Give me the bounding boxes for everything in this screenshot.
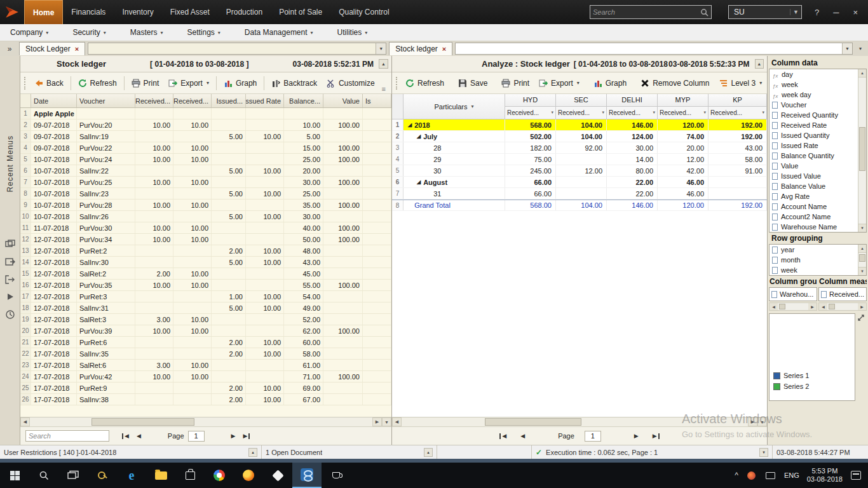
graph-button[interactable]: Graph — [221, 78, 259, 89]
remove-column-button[interactable]: Remove Column — [638, 78, 712, 89]
grouping-item[interactable]: month — [770, 255, 858, 265]
play-icon[interactable] — [6, 293, 14, 301]
open-window-icon[interactable] — [5, 257, 15, 266]
scroll-left-icon[interactable]: ◀ — [819, 303, 827, 310]
last-page-button[interactable]: ▶ — [239, 431, 254, 440]
export-button[interactable]: Export ▾ — [166, 78, 212, 89]
scroll-left-icon[interactable]: ◀ — [20, 417, 30, 426]
recent-menus-strip[interactable]: Recent Menus — [0, 56, 20, 445]
running-app-erp[interactable] — [292, 463, 322, 488]
pinned-app-keytool[interactable] — [88, 463, 117, 488]
previous-page-button[interactable]: ◀ — [517, 431, 529, 440]
table-row[interactable]: 18 12-07-2018 SalInv:31 5.00 10.00 49.00 — [20, 302, 391, 314]
scroll-right-icon[interactable]: ▶ — [858, 303, 866, 310]
table-row[interactable]: 9 10-07-2018 PurVou:28 10.00 10.00 35.00… — [20, 200, 391, 211]
mini-scrollbar[interactable]: ◀ ▶ — [818, 302, 867, 311]
pivot-row[interactable]: 7 ◢31 66.00 22.00 46.00 — [392, 188, 767, 200]
column-header-sec[interactable]: SEC — [556, 94, 607, 106]
cell-particulars[interactable]: ◢Grand Total — [403, 200, 505, 210]
vertical-scrollbar[interactable]: ▲ ▼ — [858, 245, 866, 275]
column-header-issued-qty[interactable]: Issued... — [212, 94, 246, 107]
field-item[interactable]: Balance Value — [770, 181, 858, 191]
table-row[interactable]: 6 10-07-2018 SalInv:22 5.00 10.00 20.00 — [20, 165, 391, 177]
grouping-item[interactable]: year — [770, 245, 858, 255]
scroll-right-icon[interactable]: ▶ — [808, 303, 817, 310]
pinned-app-firefox[interactable] — [234, 463, 263, 488]
document-tab-stock-ledger-1[interactable]: Stock Ledger × — [19, 42, 85, 55]
user-dropdown[interactable]: SU ▼ — [728, 5, 802, 19]
ribbon-tab[interactable]: Quality Control — [330, 0, 397, 24]
user-restrictions-status[interactable]: User Restrictions [ 140 ]-01-04-2018 ▴ — [0, 445, 262, 459]
horizontal-scrollbar[interactable]: ◀ ▶ ▼ — [392, 417, 767, 426]
grouping-item[interactable]: week — [770, 265, 858, 275]
windows-icon[interactable] — [5, 240, 15, 248]
column-header-date[interactable]: Date — [31, 94, 77, 107]
field-item[interactable]: week day — [770, 90, 858, 100]
field-item[interactable]: day — [770, 69, 858, 79]
save-button[interactable]: Save — [456, 78, 490, 89]
taskbar-clock[interactable]: 5:53 PM 03-08-2018 — [807, 467, 843, 484]
pinned-app-chrome[interactable] — [205, 463, 234, 488]
global-search-box[interactable] — [590, 5, 712, 19]
document-combo-2[interactable]: ▼ — [455, 43, 853, 55]
ribbon-tab[interactable]: Production — [218, 0, 271, 24]
open-documents-status[interactable]: 1 Open Document ▴ — [262, 445, 437, 459]
pivot-row[interactable]: 3 ◢28 182.00 92.00 30.00 20.00 43.00 — [392, 142, 767, 154]
close-icon[interactable]: × — [75, 45, 79, 53]
table-row[interactable]: 16 12-07-2018 PurVou:35 10.00 10.00 55.0… — [20, 280, 391, 291]
table-row[interactable]: 21 17-07-2018 PurRet:6 2.00 10.00 60.00 — [20, 337, 391, 348]
pivot-row[interactable]: 4 ◢29 75.00 14.00 12.00 58.00 — [392, 154, 767, 165]
menu-item[interactable]: Utilities ▾ — [337, 28, 368, 37]
pivot-row[interactable]: 8 ◢Grand Total 568.00 104.00 146.00 120.… — [392, 200, 767, 211]
cell-particulars[interactable]: ◢30 — [403, 165, 505, 176]
measure-header[interactable]: Received...▾ — [658, 107, 709, 119]
menu-item[interactable]: Company ▾ — [10, 28, 48, 37]
column-header-myp[interactable]: MYP — [658, 94, 709, 106]
backtrack-button[interactable]: Backtrack — [269, 78, 320, 89]
help-button[interactable]: ? — [815, 8, 819, 17]
column-header-balance[interactable]: Balance... — [284, 94, 323, 107]
previous-page-button[interactable]: ◀ — [133, 431, 145, 440]
close-icon[interactable]: × — [442, 45, 446, 53]
column-measure-list[interactable]: Received... — [818, 287, 867, 301]
table-row[interactable]: 14 12-07-2018 SalInv:30 5.00 10.00 43.00 — [20, 257, 391, 268]
scrollbar-thumb[interactable] — [859, 127, 865, 171]
scrollbar-thumb[interactable] — [92, 418, 194, 426]
table-row[interactable]: 11 11-07-2018 PurVou:30 10.00 10.00 40.0… — [20, 222, 391, 234]
toolbar-grip[interactable] — [24, 77, 26, 90]
tab-list-dropdown-icon[interactable]: ▾ — [855, 46, 865, 51]
expand-node-icon[interactable]: ◢ — [417, 133, 421, 139]
field-item[interactable]: Account2 Name — [770, 212, 858, 222]
tray-app-icon[interactable] — [746, 471, 757, 480]
first-page-button[interactable]: ◀ — [118, 431, 133, 440]
table-row[interactable]: 17 12-07-2018 PurRet:3 1.00 10.00 54.00 — [20, 291, 391, 302]
table-row[interactable]: 7 10-07-2018 PurVou:25 10.00 10.00 30.00… — [20, 177, 391, 188]
mini-scrollbar[interactable]: ◀ ▶ — [769, 302, 817, 311]
column-group-list[interactable]: Warehou... — [769, 287, 817, 301]
scrollbar-thumb[interactable] — [829, 304, 835, 309]
table-row[interactable]: 15 12-07-2018 SalRet:2 2.00 10.00 45.00 — [20, 268, 391, 280]
menu-item[interactable]: Security ▾ — [72, 28, 105, 37]
pivot-row[interactable]: 1 ◢2018 568.00 104.00 146.00 120.00 192.… — [392, 119, 767, 131]
table-row[interactable]: 3 09-07-2018 SalInv:19 5.00 10.00 5.00 — [20, 131, 391, 142]
scrollbar-thumb[interactable] — [485, 418, 582, 426]
column-header-received-qty[interactable]: Received... — [135, 94, 173, 107]
ribbon-tab[interactable]: Inventory — [114, 0, 161, 24]
start-button[interactable] — [0, 463, 29, 488]
expand-up-icon[interactable]: ▴ — [424, 448, 433, 457]
expand-node-icon[interactable]: ◢ — [408, 122, 412, 128]
table-row[interactable]: 8 10-07-2018 SalInv:23 5.00 10.00 25.00 — [20, 188, 391, 200]
refresh-button[interactable]: Refresh — [403, 78, 447, 89]
next-page-button[interactable]: ▶ — [630, 431, 642, 440]
pinned-app-shield[interactable] — [263, 463, 292, 488]
document-combo-1[interactable]: ▼ — [88, 43, 386, 55]
field-item[interactable]: Warehouse Name — [770, 222, 858, 232]
scroll-up-icon[interactable]: ▲ — [858, 69, 866, 78]
table-row[interactable]: 5 10-07-2018 PurVou:24 10.00 10.00 25.00… — [20, 154, 391, 165]
scroll-right-icon[interactable]: ▶ — [372, 417, 382, 426]
table-row[interactable]: 10 10-07-2018 SalInv:26 5.00 10.00 30.00 — [20, 211, 391, 222]
scroll-left-icon[interactable]: ◀ — [392, 417, 402, 426]
page-number-input[interactable]: 1 — [188, 431, 205, 442]
cell-particulars[interactable]: ◢2018 — [403, 119, 505, 130]
display-icon[interactable] — [765, 471, 776, 480]
